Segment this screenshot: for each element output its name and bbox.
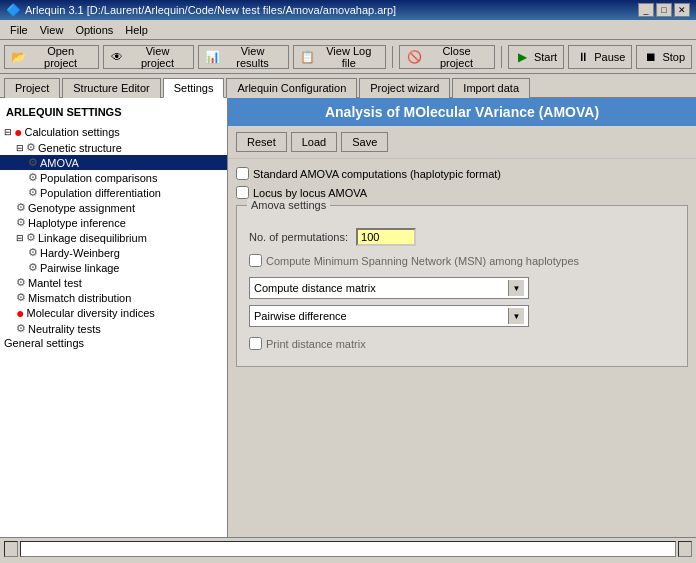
sidebar-item-pairwise-linkage[interactable]: ⚙ Pairwise linkage: [0, 260, 227, 275]
sidebar-item-amova[interactable]: ⚙ AMOVA: [0, 155, 227, 170]
title-bar-controls: _ □ ✕: [638, 3, 690, 17]
pause-icon: ⏸: [575, 49, 591, 65]
open-project-button[interactable]: 📂 Open project: [4, 45, 99, 69]
permutations-label: No. of permutations:: [249, 231, 348, 243]
tab-settings[interactable]: Settings: [163, 78, 225, 98]
tab-arlequin-config[interactable]: Arlequin Configuration: [226, 78, 357, 98]
stop-button[interactable]: ⏹ Stop: [636, 45, 692, 69]
distance-matrix-value: Compute distance matrix: [254, 282, 376, 294]
sidebar-item-hardy-weinberg[interactable]: ⚙ Hardy-Weinberg: [0, 245, 227, 260]
sidebar-item-linkage[interactable]: ⊟ ⚙ Linkage disequilibrium: [0, 230, 227, 245]
close-project-icon: 🚫: [406, 49, 422, 65]
stop-label: Stop: [662, 51, 685, 63]
window-title: Arlequin 3.1 [D:/Laurent/Arlequin/Code/N…: [25, 4, 396, 16]
amova-settings-title: Amova settings: [247, 199, 330, 211]
view-results-icon: 📊: [205, 49, 221, 65]
dot-icon-molecular: ●: [16, 306, 24, 320]
menu-help[interactable]: Help: [119, 22, 154, 38]
save-button[interactable]: Save: [341, 132, 388, 152]
locus-by-locus-label: Locus by locus AMOVA: [253, 187, 367, 199]
start-label: Start: [534, 51, 557, 63]
expand-icon-linkage: ⊟: [16, 233, 24, 243]
tab-structure-editor[interactable]: Structure Editor: [62, 78, 160, 98]
close-project-label: Close project: [425, 45, 488, 69]
tab-project[interactable]: Project: [4, 78, 60, 98]
tree-root: ⊟ ● Calculation settings ⊟ ⚙ Genetic str…: [0, 122, 227, 352]
status-pane-main: [20, 541, 676, 557]
menu-view[interactable]: View: [34, 22, 70, 38]
view-log-label: View Log file: [318, 45, 379, 69]
gear-icon-pop-comp: ⚙: [28, 171, 38, 184]
right-panel-header: Analysis of MOlecular VAriance (AMOVA): [228, 98, 696, 126]
distance-matrix-arrow: ▼: [508, 280, 524, 296]
open-project-icon: 📂: [11, 49, 27, 65]
view-results-button[interactable]: 📊 View results: [198, 45, 289, 69]
compute-msn-row: Compute Minimum Spanning Network (MSN) a…: [249, 254, 675, 267]
close-button[interactable]: ✕: [674, 3, 690, 17]
sidebar-item-mantel-test[interactable]: ⚙ Mantel test: [0, 275, 227, 290]
sidebar-item-neutrality-tests[interactable]: ⚙ Neutrality tests: [0, 321, 227, 336]
view-log-button[interactable]: 📋 View Log file: [293, 45, 387, 69]
tab-project-wizard[interactable]: Project wizard: [359, 78, 450, 98]
title-bar: 🔷 Arlequin 3.1 [D:/Laurent/Arlequin/Code…: [0, 0, 696, 20]
sidebar-item-population-differentiation[interactable]: ⚙ Population differentiation: [0, 185, 227, 200]
print-distance-checkbox[interactable]: [249, 337, 262, 350]
expand-icon-calc: ⊟: [4, 127, 12, 137]
start-button[interactable]: ▶ Start: [508, 45, 564, 69]
load-button[interactable]: Load: [291, 132, 337, 152]
pairwise-select[interactable]: Pairwise difference ▼: [249, 305, 529, 327]
sidebar-item-population-comparisons[interactable]: ⚙ Population comparisons: [0, 170, 227, 185]
sidebar-item-genetic-structure[interactable]: ⊟ ⚙ Genetic structure: [0, 140, 227, 155]
locus-by-locus-row: Locus by locus AMOVA: [236, 186, 688, 199]
standard-amova-label: Standard AMOVA computations (haplotypic …: [253, 168, 501, 180]
permutations-row: No. of permutations:: [249, 228, 675, 246]
standard-amova-row: Standard AMOVA computations (haplotypic …: [236, 167, 688, 180]
amova-panel: Standard AMOVA computations (haplotypic …: [228, 159, 696, 537]
tab-import-data[interactable]: Import data: [452, 78, 530, 98]
status-bar: [0, 537, 696, 559]
expand-icon-genetic: ⊟: [16, 143, 24, 153]
open-project-label: Open project: [30, 45, 92, 69]
gear-icon-hardy: ⚙: [28, 246, 38, 259]
sidebar-item-molecular-diversity[interactable]: ● Molecular diversity indices: [0, 305, 227, 321]
pause-label: Pause: [594, 51, 625, 63]
maximize-button[interactable]: □: [656, 3, 672, 17]
gear-icon-mantel: ⚙: [16, 276, 26, 289]
menu-bar: File View Options Help: [0, 20, 696, 40]
menu-file[interactable]: File: [4, 22, 34, 38]
sidebar-item-general-settings[interactable]: General settings: [0, 336, 227, 350]
print-distance-row: Print distance matrix: [249, 337, 675, 350]
sidebar-item-haplotype-inference[interactable]: ⚙ Haplotype inference: [0, 215, 227, 230]
permutations-input[interactable]: [356, 228, 416, 246]
gear-icon-haplotype: ⚙: [16, 216, 26, 229]
print-distance-label: Print distance matrix: [266, 338, 366, 350]
minimize-button[interactable]: _: [638, 3, 654, 17]
view-project-button[interactable]: 👁 View project: [103, 45, 194, 69]
view-results-label: View results: [224, 45, 282, 69]
gear-icon-genetic: ⚙: [26, 141, 36, 154]
pause-button[interactable]: ⏸ Pause: [568, 45, 632, 69]
sidebar-item-mismatch[interactable]: ⚙ Mismatch distribution: [0, 290, 227, 305]
menu-options[interactable]: Options: [69, 22, 119, 38]
title-bar-left: 🔷 Arlequin 3.1 [D:/Laurent/Arlequin/Code…: [6, 3, 396, 17]
gear-icon-pop-diff: ⚙: [28, 186, 38, 199]
right-panel: Analysis of MOlecular VAriance (AMOVA) R…: [228, 98, 696, 537]
standard-amova-checkbox[interactable]: [236, 167, 249, 180]
reset-button[interactable]: Reset: [236, 132, 287, 152]
close-project-button[interactable]: 🚫 Close project: [399, 45, 495, 69]
view-project-label: View project: [128, 45, 187, 69]
sidebar-item-calculation-settings[interactable]: ⊟ ● Calculation settings: [0, 124, 227, 140]
stop-icon: ⏹: [643, 49, 659, 65]
compute-msn-checkbox[interactable]: [249, 254, 262, 267]
pairwise-arrow: ▼: [508, 308, 524, 324]
sidebar-item-genotype-assignment[interactable]: ⚙ Genotype assignment: [0, 200, 227, 215]
app-icon: 🔷: [6, 3, 21, 17]
settings-controls: Reset Load Save: [228, 126, 696, 159]
locus-by-locus-checkbox[interactable]: [236, 186, 249, 199]
distance-matrix-select[interactable]: Compute distance matrix ▼: [249, 277, 529, 299]
compute-msn-label: Compute Minimum Spanning Network (MSN) a…: [266, 255, 579, 267]
sidebar: ARLEQUIN SETTINGS ⊟ ● Calculation settin…: [0, 98, 228, 537]
status-pane-right: [678, 541, 692, 557]
toolbar: 📂 Open project 👁 View project 📊 View res…: [0, 40, 696, 74]
gear-icon-genotype: ⚙: [16, 201, 26, 214]
